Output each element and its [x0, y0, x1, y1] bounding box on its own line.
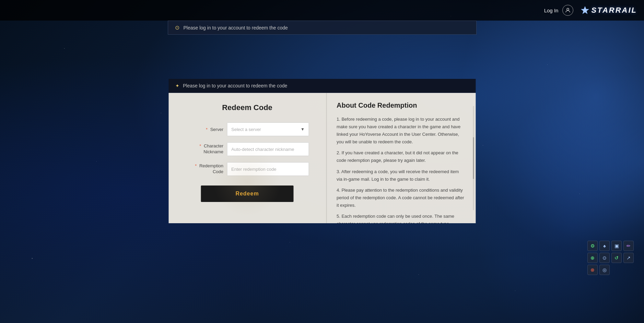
character-input[interactable] [227, 142, 309, 156]
bottom-icon-7[interactable]: ↺ [611, 253, 622, 263]
character-label: * Character Nickname [186, 143, 223, 155]
bottom-icon-1[interactable]: ⚙ [587, 241, 598, 251]
about-point-1: 1. Before redeeming a code, please log i… [337, 116, 465, 146]
bottom-icon-4[interactable]: ✏ [623, 241, 634, 251]
scroll-thumb [473, 137, 474, 179]
bottom-icon-9[interactable]: ⊗ [587, 265, 598, 275]
svg-point-0 [567, 8, 569, 10]
header: Log In STARRAIL [0, 0, 644, 21]
right-panel: About Code Redemption 1. Before redeemin… [326, 93, 476, 223]
character-required: * [199, 143, 201, 148]
redeem-button[interactable]: Redeem [201, 186, 294, 202]
bottom-icon-5[interactable]: ⊕ [587, 253, 598, 263]
redemption-required: * [195, 163, 197, 168]
left-panel: Redeem Code * Server Select a server ▼ * [168, 93, 326, 223]
server-row: * Server Select a server ▼ [186, 122, 309, 136]
modal-top-bar: ✦ Please log in to your account to redee… [168, 79, 476, 93]
scrollbar[interactable] [473, 106, 474, 210]
modal: ✦ Please log in to your account to redee… [168, 79, 476, 223]
bottom-icon-3[interactable]: ▣ [611, 241, 622, 251]
about-point-3: 3. After redeeming a code, you will rece… [337, 168, 465, 183]
server-select-wrapper: Select a server ▼ [227, 122, 309, 136]
user-icon[interactable] [562, 5, 573, 16]
redemption-row: * Redemption Code [186, 162, 309, 176]
modal-top-icon: ✦ [175, 83, 179, 88]
about-text: 1. Before redeeming a code, please log i… [337, 116, 465, 223]
server-select[interactable]: Select a server [227, 122, 309, 136]
logo-text: STARRAIL [591, 6, 637, 15]
bottom-icon-10[interactable]: ◎ [599, 265, 610, 275]
about-point-5: 5. Each redemption code can only be used… [337, 213, 465, 223]
character-row: * Character Nickname [186, 142, 309, 156]
login-link[interactable]: Log In [544, 8, 559, 13]
notification-icon: ⊙ [175, 24, 179, 31]
bottom-icon-2[interactable]: ♠ [599, 241, 610, 251]
server-required: * [206, 127, 208, 132]
about-point-2: 2. If you have created a character, but … [337, 149, 465, 164]
logo: STARRAIL [580, 5, 637, 15]
redemption-input[interactable] [227, 162, 309, 176]
panel-divider [326, 93, 327, 223]
bottom-icon-6[interactable]: ⊙ [599, 253, 610, 263]
svg-marker-1 [581, 6, 589, 14]
notification-text: Please log in to your account to redeem … [184, 25, 288, 31]
bottom-icons-panel: ⚙ ♠ ▣ ✏ ⊕ ⊙ ↺ ↗ ⊗ ◎ [587, 241, 634, 275]
bottom-icon-8[interactable]: ↗ [623, 253, 634, 263]
redemption-label: * Redemption Code [186, 163, 223, 175]
about-point-4: 4. Please pay attention to the redemptio… [337, 187, 465, 209]
panel-title: Redeem Code [222, 103, 272, 112]
notification-bar: ⊙ Please log in to your account to redee… [168, 21, 477, 35]
modal-body: Redeem Code * Server Select a server ▼ * [168, 93, 476, 223]
server-label: * Server [186, 127, 223, 132]
right-panel-title: About Code Redemption [337, 101, 465, 109]
modal-top-text: Please log in to your account to redeem … [183, 83, 287, 88]
